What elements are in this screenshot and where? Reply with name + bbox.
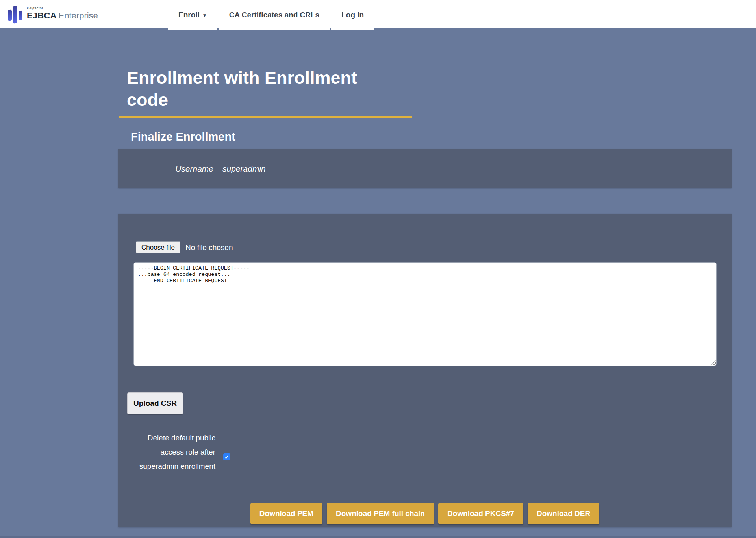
page-title: Enrollment with Enrollment code: [127, 67, 378, 111]
chevron-down-icon: ▼: [202, 13, 207, 18]
checkmark-icon: ✓: [225, 455, 229, 460]
username-label: Username: [118, 164, 213, 174]
brand-edition: Enterprise: [59, 11, 98, 20]
nav-item-label: Enroll: [178, 11, 200, 19]
delete-role-checkbox[interactable]: ✓: [223, 453, 230, 460]
nav-item-ca-certificates-and-crls[interactable]: CA Certificates and CRLs: [219, 0, 330, 30]
nav-item-label: CA Certificates and CRLs: [229, 11, 319, 19]
nav-item-enroll[interactable]: Enroll ▼: [168, 0, 217, 30]
brand-logo[interactable]: Keyfactor EJBCAEnterprise: [7, 5, 98, 23]
download-pem-full-chain-button[interactable]: Download PEM full chain: [327, 503, 434, 524]
keyfactor-bars-icon: [7, 5, 24, 23]
file-input-row: Choose file No file chosen: [136, 241, 233, 253]
csr-upload-panel: Choose file No file chosen -----BEGIN CE…: [118, 214, 732, 527]
section-heading: Finalize Enrollment: [131, 130, 235, 143]
brand-company: Keyfactor: [27, 6, 98, 10]
download-der-button[interactable]: Download DER: [528, 503, 599, 524]
brand-product: EJBCA: [27, 11, 57, 20]
upload-csr-button[interactable]: Upload CSR: [127, 392, 183, 414]
download-pkcs7-button[interactable]: Download PKCS#7: [438, 503, 523, 524]
page-title-block: Enrollment with Enrollment code: [119, 51, 412, 118]
main-nav: Enroll ▼ CA Certificates and CRLs Log in: [168, 0, 374, 30]
nav-item-log-in[interactable]: Log in: [331, 0, 374, 30]
username-summary-panel: Username superadmin: [118, 149, 732, 188]
delete-role-label: Delete default public access role after …: [134, 431, 215, 473]
page: Keyfactor EJBCAEnterprise Enroll ▼ CA Ce…: [0, 0, 756, 538]
download-pem-button[interactable]: Download PEM: [250, 503, 322, 524]
bottom-edge-strip: [0, 536, 756, 538]
brand-text: Keyfactor EJBCAEnterprise: [27, 5, 98, 20]
download-buttons-row: Download PEM Download PEM full chain Dow…: [118, 503, 732, 524]
top-navbar: Keyfactor EJBCAEnterprise Enroll ▼ CA Ce…: [0, 0, 756, 28]
file-chosen-status: No file chosen: [185, 243, 233, 252]
csr-textarea[interactable]: -----BEGIN CERTIFICATE REQUEST----- ...b…: [133, 262, 717, 366]
nav-item-label: Log in: [341, 11, 364, 19]
username-value: superadmin: [222, 164, 266, 174]
choose-file-button[interactable]: Choose file: [136, 241, 180, 253]
